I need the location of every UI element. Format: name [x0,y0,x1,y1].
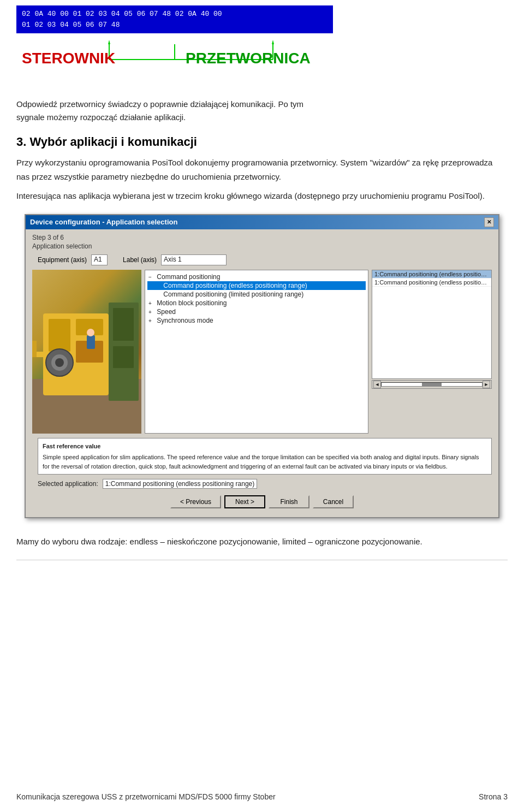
przetwornica-label: PRZETWORNICA [186,50,311,67]
cancel-button[interactable]: Cancel [313,495,354,508]
tree-item-command-pos[interactable]: − Command positioning [147,272,366,281]
hex-display: 02 0A 40 00 01 02 03 04 05 06 07 48 02 0… [16,5,333,33]
equipment-label: Equipment (axis) [38,256,87,264]
tree-item-speed[interactable]: + Speed [147,307,366,316]
tree-expander-speed[interactable]: + [148,309,155,315]
titlebar-buttons[interactable]: ✕ [484,217,494,227]
svg-rect-16 [113,308,134,341]
previous-button[interactable]: < Previous [170,495,221,508]
tree-item-label-speed: Speed [157,308,176,316]
finish-button[interactable]: Finish [269,495,309,508]
description-body: Simple speed application for slim applic… [43,453,487,471]
section-3-heading: 3. Wybór aplikacji i komunikacji [16,135,508,149]
machinery-svg [32,270,141,434]
tree-expander-motion[interactable]: + [148,300,155,306]
svg-marker-4 [272,40,274,44]
tree-expander-command[interactable]: − [148,274,155,280]
right-list-item-1[interactable]: 1:Command positioning (endless positioni… [372,270,491,278]
section-body-1: Przy wykorzystaniu oprogramowania PosiTo… [16,156,508,183]
app-selection-label: Application selection [32,242,492,250]
footer-left-text: Komunikacja szeregowa USS z przetwornica… [16,792,276,801]
dialog-title: Device configuration - Application selec… [30,218,177,226]
right-list-panel[interactable]: 1:Command positioning (endless positioni… [372,270,492,379]
tree-item-label-sync: Synchronous mode [157,317,213,324]
label-axis-label: Label (axis) [123,256,157,264]
intro-paragraph: Odpowiedź przetwornicy świadczy o popraw… [16,98,508,124]
description-title: Fast reference value [43,442,487,451]
fields-row: Equipment (axis) A1 Label (axis) Axis 1 [38,254,492,265]
sterownik-label: STEROWNIK [22,50,115,67]
tree-item-sync[interactable]: + Synchronous mode [147,316,366,325]
main-area: − Command positioning Command positionin… [32,270,492,434]
tree-item-label-command: Command positioning [157,273,220,281]
hex-line2: 01 02 03 04 05 06 07 48 [22,20,327,31]
next-button[interactable]: Next > [224,495,265,508]
tree-item-limited[interactable]: Command positioning (limited positioning… [147,290,366,299]
svg-rect-20 [87,335,95,349]
scroll-left-arrow[interactable]: ◄ [373,381,381,388]
hex-line1: 02 0A 40 00 01 02 03 04 05 06 07 48 02 0… [22,9,327,20]
svg-point-14 [55,358,64,367]
right-panel-scrollbar[interactable]: ◄ ► [372,380,492,389]
page-footer: Komunikacja szeregowa USS z przetwornica… [16,792,508,801]
right-list-item-2[interactable]: 1:Command positioning (endless positioni… [372,278,491,287]
bottom-paragraph: Mamy do wyboru dwa rodzaje: endless – ni… [16,535,508,549]
machinery-image-panel [32,270,141,434]
tree-item-label-limited: Command positioning (limited positioning… [163,291,303,298]
device-config-dialog: Device configuration - Application selec… [25,214,499,519]
tree-expander-sync[interactable]: + [148,318,155,324]
page-divider [16,560,508,560]
tree-item-label-endless: Command positioning (endless positioning… [163,282,307,289]
selected-app-value: 1:Command positioning (endless positioni… [103,479,258,489]
step-info: Step 3 of 6 [32,234,492,241]
equipment-input[interactable]: A1 [91,254,108,265]
dialog-body: Step 3 of 6 Application selection Equipm… [26,229,498,518]
tree-item-motion[interactable]: + Motion block positioning [147,299,366,307]
scrollbar-track[interactable] [381,382,483,387]
machinery-img [32,270,141,434]
svg-marker-6 [108,40,110,44]
dialog-buttons: < Previous Next > Finish Cancel [32,493,492,512]
svg-rect-9 [49,319,70,352]
scroll-right-arrow[interactable]: ► [483,381,490,388]
selected-app-row: Selected application: 1:Command position… [38,479,492,489]
selected-app-label: Selected application: [38,480,98,488]
tree-item-label-motion: Motion block positioning [157,299,227,307]
description-panel: Fast reference value Simple speed applic… [38,438,492,475]
close-button[interactable]: ✕ [484,217,494,227]
svg-rect-19 [32,341,37,357]
application-tree[interactable]: − Command positioning Command positionin… [145,270,368,434]
label-axis-input[interactable]: Axis 1 [161,254,227,265]
svg-point-21 [87,329,94,336]
footer-page-number: Strona 3 [479,792,508,801]
scrollbar-thumb [422,383,442,386]
diagram-area: STEROWNIK PRZETWORNICA [16,39,508,93]
section-body-2: Interesująca nas aplikacja wybierana jes… [16,189,508,203]
svg-rect-17 [113,346,134,368]
dialog-titlebar: Device configuration - Application selec… [26,215,498,229]
tree-item-endless[interactable]: Command positioning (endless positioning… [147,281,366,290]
